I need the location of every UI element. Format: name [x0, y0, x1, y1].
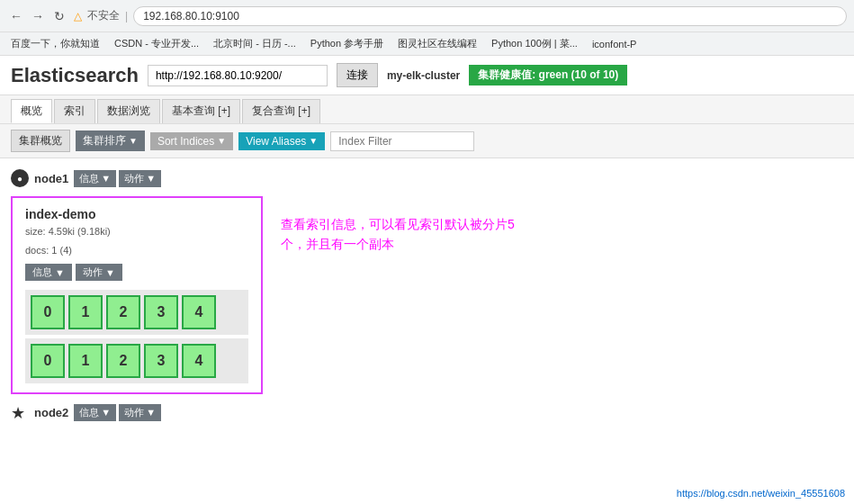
shard-4-replica: 4	[182, 344, 216, 378]
annotation-text: 查看索引信息，可以看见索引默认被分片5个，并且有一个副本	[281, 169, 515, 421]
toolbar: 集群概览 集群排序 ▼ Sort Indices ▼ View Aliases …	[0, 124, 854, 158]
sort-indices-button[interactable]: Sort Indices ▼	[150, 132, 233, 150]
nav-tabs: 概览 索引 数据浏览 基本查询 [+] 复合查询 [+]	[0, 95, 854, 124]
node1-info-caret: ▼	[101, 173, 111, 184]
es-url-input[interactable]	[148, 65, 328, 86]
node2-buttons: 信息 ▼ 动作 ▼	[74, 404, 161, 421]
bookmark-csdn[interactable]: CSDN - 专业开发...	[111, 35, 202, 52]
shard-row-2: 0 1 2 3 4	[25, 338, 248, 383]
node1-buttons: 信息 ▼ 动作 ▼	[74, 170, 161, 187]
browser-bar: ← → ↻ △ 不安全 |	[0, 0, 854, 32]
back-button[interactable]: ←	[7, 7, 25, 25]
index-action-button[interactable]: 动作 ▼	[76, 264, 122, 281]
node2-action-caret: ▼	[146, 407, 156, 418]
tab-indices[interactable]: 索引	[54, 99, 95, 123]
sort-indices-caret: ▼	[217, 136, 226, 146]
bookmark-baidu[interactable]: 百度一下，你就知道	[7, 35, 103, 52]
node2-action-button[interactable]: 动作 ▼	[119, 404, 161, 421]
bookmark-python-ref[interactable]: Python 参考手册	[307, 35, 387, 52]
main-content: ● node1 信息 ▼ 动作 ▼ index-demo size: 4.59k…	[0, 158, 854, 432]
index-filter-input[interactable]	[330, 131, 474, 151]
forward-button[interactable]: →	[29, 7, 47, 25]
index-name: index-demo	[25, 207, 248, 221]
node2-info-caret: ▼	[101, 407, 111, 418]
tab-data-browse[interactable]: 数据浏览	[97, 99, 160, 123]
health-badge: 集群健康值: green (10 of 10)	[469, 65, 627, 86]
node2-name: node2	[34, 406, 68, 419]
address-bar[interactable]	[133, 6, 847, 26]
cluster-sort-caret: ▼	[129, 136, 138, 146]
shard-row-1: 0 1 2 3 4	[25, 290, 248, 335]
node1-name: node1	[34, 172, 68, 185]
bookmark-beijing-time[interactable]: 北京时间 - 日历 -...	[210, 35, 300, 52]
tab-complex-query[interactable]: 复合查询 [+]	[242, 99, 320, 123]
shard-2-primary: 2	[106, 295, 140, 329]
node1-action-label: 动作	[124, 172, 144, 185]
index-action-caret: ▼	[105, 267, 115, 278]
view-aliases-label: View Aliases	[246, 135, 306, 148]
index-card: index-demo size: 4.59ki (9.18ki) docs: 1…	[11, 196, 263, 394]
node1-action-button[interactable]: 动作 ▼	[119, 170, 161, 187]
view-aliases-button[interactable]: View Aliases ▼	[238, 132, 325, 150]
security-label: 不安全	[87, 8, 120, 23]
node1-info-button[interactable]: 信息 ▼	[74, 170, 116, 187]
node1-action-caret: ▼	[146, 173, 156, 184]
bookmark-tuling[interactable]: 图灵社区在线编程	[394, 35, 481, 52]
docs-text: docs: 1 (4)	[25, 245, 72, 256]
shard-4-primary: 4	[182, 295, 216, 329]
shard-1-replica: 1	[68, 344, 103, 378]
connect-button[interactable]: 连接	[337, 63, 378, 87]
shard-1-primary: 1	[68, 295, 103, 329]
bookmark-iconfont[interactable]: iconfont-P	[589, 37, 641, 51]
bookmark-python100[interactable]: Python 100例 | 菜...	[488, 35, 581, 52]
node2-row: ★ node2 信息 ▼ 动作 ▼	[11, 403, 263, 421]
bookmarks-bar: 百度一下，你就知道 CSDN - 专业开发... 北京时间 - 日历 -... …	[0, 32, 854, 56]
index-actions: 信息 ▼ 动作 ▼	[25, 264, 248, 281]
bottom-url: https://blog.csdn.net/weixin_45551608	[677, 488, 845, 499]
tab-basic-query[interactable]: 基本查询 [+]	[162, 99, 240, 123]
cluster-overview-button[interactable]: 集群概览	[11, 130, 70, 152]
node1-row: ● node1 信息 ▼ 动作 ▼	[11, 169, 263, 187]
node2-star-icon: ★	[11, 403, 29, 421]
node2-info-button[interactable]: 信息 ▼	[74, 404, 116, 421]
nav-buttons: ← → ↻	[7, 7, 68, 25]
shard-0-primary: 0	[31, 295, 65, 329]
separator: |	[125, 10, 128, 22]
index-docs: docs: 1 (4)	[25, 243, 248, 259]
es-logo: Elasticsearch	[11, 64, 139, 87]
index-info-button[interactable]: 信息 ▼	[25, 264, 72, 281]
index-action-label: 动作	[83, 266, 103, 279]
shard-2-replica: 2	[106, 344, 140, 378]
cluster-name: my-elk-cluster	[387, 69, 460, 82]
node2-action-label: 动作	[124, 406, 144, 419]
shard-3-primary: 3	[144, 295, 178, 329]
left-panel: ● node1 信息 ▼ 动作 ▼ index-demo size: 4.59k…	[11, 169, 263, 421]
node1-icon: ●	[11, 169, 29, 187]
shard-3-replica: 3	[144, 344, 178, 378]
view-aliases-caret: ▼	[309, 136, 318, 146]
security-icon: △	[74, 10, 82, 22]
es-header: Elasticsearch 连接 my-elk-cluster 集群健康值: g…	[0, 56, 854, 95]
shard-0-replica: 0	[31, 344, 65, 378]
tab-overview[interactable]: 概览	[11, 99, 52, 123]
refresh-button[interactable]: ↻	[50, 7, 68, 25]
node2-info-label: 信息	[79, 406, 99, 419]
cluster-sort-label: 集群排序	[83, 133, 126, 148]
index-info-caret: ▼	[55, 267, 65, 278]
index-info-label: 信息	[32, 266, 52, 279]
cluster-sort-button[interactable]: 集群排序 ▼	[76, 130, 145, 151]
sort-indices-label: Sort Indices	[157, 135, 214, 148]
index-size: size: 4.59ki (9.18ki)	[25, 224, 248, 240]
node1-info-label: 信息	[79, 172, 99, 185]
